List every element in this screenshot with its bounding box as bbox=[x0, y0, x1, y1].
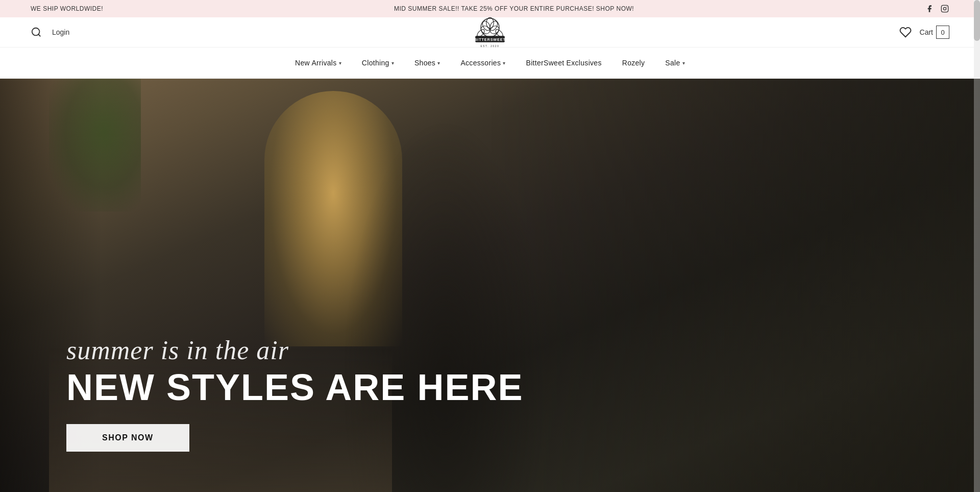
nav-item-accessories[interactable]: Accessories ▾ bbox=[450, 55, 516, 71]
scrollbar-thumb[interactable] bbox=[974, 0, 980, 41]
nav-item-new-arrivals[interactable]: New Arrivals ▾ bbox=[285, 55, 352, 71]
svg-rect-0 bbox=[941, 5, 948, 12]
hero-section: summer is in the air NEW STYLES ARE HERE… bbox=[0, 79, 980, 492]
svg-point-2 bbox=[946, 7, 947, 7]
header-logo[interactable]: BITTERSWEET EST. 2020 bbox=[467, 9, 513, 55]
shipping-text: WE SHIP WORLDWIDE! bbox=[31, 5, 103, 12]
header-left: Login bbox=[31, 27, 69, 38]
svg-text:BITTERSWEET: BITTERSWEET bbox=[474, 37, 505, 42]
brand-logo: BITTERSWEET EST. 2020 bbox=[467, 9, 513, 55]
nav-label-sale: Sale bbox=[665, 59, 680, 67]
instagram-icon[interactable] bbox=[940, 4, 949, 13]
cart-label: Cart bbox=[920, 28, 933, 36]
svg-text:EST. 2020: EST. 2020 bbox=[481, 45, 500, 48]
nav-label-new-arrivals: New Arrivals bbox=[295, 59, 336, 67]
facebook-icon[interactable] bbox=[925, 4, 934, 13]
shop-now-button[interactable]: SHOP NOW bbox=[66, 424, 189, 452]
search-button[interactable] bbox=[31, 27, 42, 38]
nav-item-clothing[interactable]: Clothing ▾ bbox=[352, 55, 404, 71]
header: Login BITTERSWEET EST. 2020 bbox=[0, 17, 980, 48]
hero-dark-overlay bbox=[490, 79, 980, 492]
svg-line-4 bbox=[38, 34, 40, 36]
hero-script-text: summer is in the air bbox=[66, 336, 523, 365]
nav-item-rozely[interactable]: Rozely bbox=[612, 55, 655, 71]
hero-headline: NEW STYLES ARE HERE bbox=[66, 369, 523, 406]
chevron-down-icon: ▾ bbox=[391, 60, 394, 66]
nav-label-rozely: Rozely bbox=[622, 59, 645, 67]
nav-item-shoes[interactable]: Shoes ▾ bbox=[404, 55, 451, 71]
social-icons bbox=[925, 4, 949, 13]
chevron-down-icon: ▾ bbox=[682, 60, 685, 66]
nav-item-sale[interactable]: Sale ▾ bbox=[655, 55, 695, 71]
sale-text: MID SUMMER SALE!! TAKE 25% OFF YOUR ENTI… bbox=[394, 5, 634, 12]
nav-label-accessories: Accessories bbox=[460, 59, 501, 67]
nav-label-shoes: Shoes bbox=[414, 59, 435, 67]
nav-label-bittersweet-exclusives: BitterSweet Exclusives bbox=[526, 59, 602, 67]
cart-count: 0 bbox=[941, 29, 944, 36]
chevron-down-icon: ▾ bbox=[339, 60, 341, 66]
nav-label-clothing: Clothing bbox=[362, 59, 389, 67]
chevron-down-icon: ▾ bbox=[503, 60, 505, 66]
svg-point-3 bbox=[32, 28, 40, 36]
cart-area[interactable]: Cart 0 bbox=[920, 26, 949, 39]
chevron-down-icon: ▾ bbox=[437, 60, 440, 66]
svg-point-1 bbox=[943, 7, 946, 10]
hero-plant bbox=[49, 79, 141, 212]
nav-item-bittersweet-exclusives[interactable]: BitterSweet Exclusives bbox=[516, 55, 612, 71]
login-link[interactable]: Login bbox=[52, 28, 69, 36]
header-right: Cart 0 bbox=[899, 26, 949, 39]
hero-text-block: summer is in the air NEW STYLES ARE HERE… bbox=[66, 336, 523, 452]
wishlist-button[interactable] bbox=[899, 26, 912, 38]
cart-badge: 0 bbox=[936, 26, 949, 39]
